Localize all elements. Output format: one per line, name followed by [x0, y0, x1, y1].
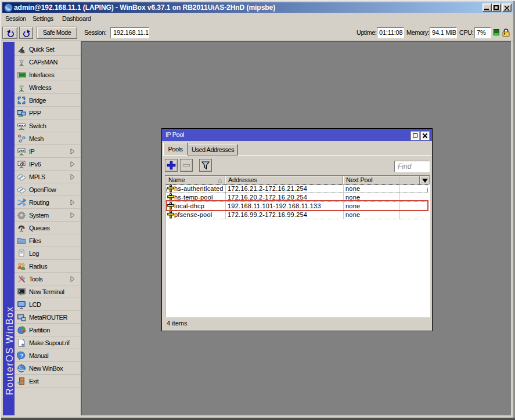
svg-text:?: ? [20, 353, 24, 359]
svg-text:v6: v6 [19, 161, 24, 165]
svg-text:255: 255 [19, 149, 25, 153]
